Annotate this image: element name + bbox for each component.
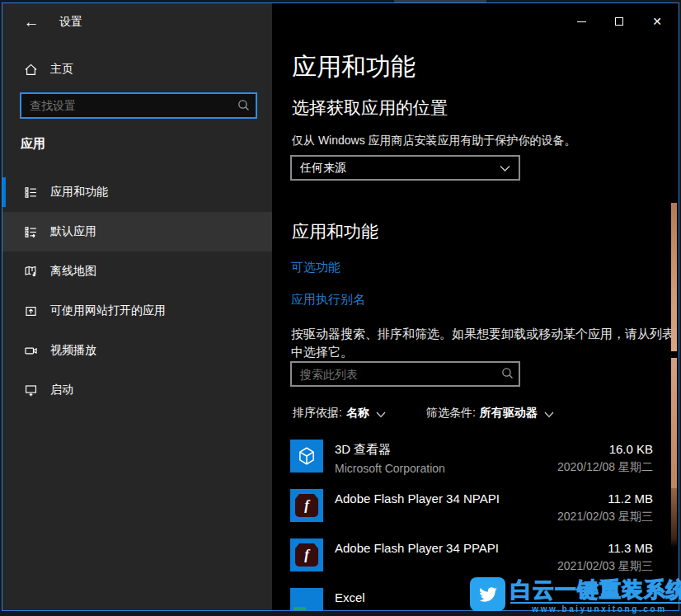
- app-date: 2020/12/08 星期二: [557, 460, 653, 475]
- sidebar-item-label: 启动: [50, 383, 73, 397]
- app-size: 16.0 KB: [557, 442, 653, 456]
- main-content: ✕ 应用和功能 选择获取应用的位置 仅从 Windows 应用商店安装应用有助于…: [272, 3, 679, 610]
- window-title: 设置: [59, 15, 82, 30]
- sidebar-item-home[interactable]: 主页: [2, 54, 272, 84]
- site-watermark: 白云一键重装系统 www.baiyunxitong.com: [470, 577, 681, 615]
- filter-by-value[interactable]: 所有驱动器: [480, 406, 538, 421]
- sidebar-item-apps-features[interactable]: 应用和功能: [2, 172, 272, 212]
- apps-features-icon: [23, 185, 38, 200]
- twitter-bird-icon: [470, 577, 505, 611]
- watermark-url: www.baiyunxitong.com: [510, 602, 681, 614]
- app-execution-aliases-link[interactable]: 应用执行别名: [291, 292, 365, 308]
- sidebar-item-label: 主页: [50, 62, 73, 77]
- app-row-flash-npapi[interactable]: f Adobe Flash Player 34 NPAPI 11.2 MB 20…: [290, 489, 653, 525]
- sidebar-section-label: 应用: [21, 136, 45, 152]
- chevron-down-icon: [500, 162, 510, 175]
- close-button[interactable]: ✕: [638, 8, 676, 35]
- window-controls: ✕: [562, 8, 676, 35]
- sidebar-item-label: 应用和功能: [50, 185, 108, 200]
- app-date: 2021/02/03 星期三: [557, 559, 653, 574]
- app-list-search-input[interactable]: [290, 361, 520, 387]
- excel-logo-icon: X: [294, 607, 306, 611]
- right-edge-sliver: [671, 203, 677, 351]
- filter-group: 筛选条件: 所有驱动器: [426, 406, 554, 421]
- app-source-dropdown[interactable]: 任何来源: [290, 155, 520, 181]
- sidebar-item-offline-maps[interactable]: 离线地图: [2, 252, 272, 291]
- settings-search: [20, 92, 257, 119]
- sort-by-label: 排序依据:: [293, 406, 342, 421]
- settings-window: ← 设置 主页 应用: [2, 2, 679, 611]
- choose-source-heading: 选择获取应用的位置: [292, 96, 448, 120]
- search-icon[interactable]: [237, 99, 250, 115]
- video-playback-icon: [23, 343, 38, 358]
- app-publisher: Microsoft Corporation: [335, 462, 445, 475]
- sidebar-item-video-playback[interactable]: 视频播放: [2, 331, 272, 370]
- right-edge-sliver: [671, 358, 677, 488]
- filter-by-label: 筛选条件:: [426, 406, 476, 421]
- app-row-3d-viewer[interactable]: 3D 查看器 Microsoft Corporation 16.0 KB 202…: [290, 440, 653, 476]
- startup-icon: [23, 383, 38, 397]
- sidebar-item-label: 视频播放: [50, 343, 96, 358]
- app-date: 2021/02/03 星期三: [557, 510, 653, 524]
- sidebar-item-label: 离线地图: [50, 264, 96, 279]
- apps-features-section-title: 应用和功能: [292, 220, 378, 243]
- screenshot-root: ← 设置 主页 应用: [0, 0, 681, 616]
- maximize-icon: [615, 17, 623, 26]
- watermark-text-block: 白云一键重装系统 www.baiyunxitong.com: [510, 577, 681, 615]
- app-size: 11.2 MB: [557, 491, 653, 505]
- sidebar-item-startup[interactable]: 启动: [2, 370, 272, 410]
- settings-search-input[interactable]: [20, 92, 257, 119]
- app-size: 11.3 MB: [557, 541, 653, 555]
- app-name: Excel: [335, 590, 365, 604]
- search-icon[interactable]: [501, 367, 514, 383]
- app-name: Adobe Flash Player 34 PPAPI: [335, 541, 499, 555]
- apps-for-websites-icon: [23, 303, 38, 318]
- sidebar-item-label: 可使用网站打开的应用: [50, 303, 166, 318]
- app-source-dropdown-value: 任何来源: [300, 161, 346, 176]
- sidebar-item-label: 默认应用: [50, 224, 96, 239]
- right-edge-sliver: [671, 488, 677, 548]
- sort-filter-row: 排序依据: 名称 筛选条件: 所有驱动器: [293, 406, 554, 421]
- home-icon: [23, 62, 38, 77]
- chevron-down-icon[interactable]: [544, 407, 554, 421]
- maximize-button[interactable]: [600, 8, 638, 35]
- minimize-icon: [577, 21, 586, 22]
- 3d-viewer-icon: [290, 440, 323, 473]
- close-icon: ✕: [652, 16, 662, 27]
- app-row-flash-ppapi[interactable]: f Adobe Flash Player 34 PPAPI 11.3 MB 20…: [290, 538, 653, 575]
- app-name: 3D 查看器: [335, 442, 445, 458]
- back-button[interactable]: ←: [17, 10, 45, 35]
- offline-maps-icon: [23, 264, 38, 279]
- minimize-button[interactable]: [562, 8, 600, 35]
- sidebar: ← 设置 主页 应用: [2, 3, 272, 610]
- sidebar-item-apps-for-websites[interactable]: 可使用网站打开的应用: [2, 291, 272, 331]
- page-title: 应用和功能: [292, 50, 416, 84]
- default-apps-icon: [23, 224, 38, 239]
- app-name: Adobe Flash Player 34 NPAPI: [335, 491, 500, 505]
- flash-icon: f: [290, 489, 323, 522]
- optional-features-link[interactable]: 可选功能: [291, 260, 340, 275]
- list-hint-text: 按驱动器搜索、排序和筛选。如果想要卸载或移动某个应用，请从列表中选择它。: [291, 325, 675, 361]
- sidebar-item-default-apps[interactable]: 默认应用: [2, 212, 272, 252]
- app-list-search: [290, 361, 520, 387]
- store-hint-text: 仅从 Windows 应用商店安装应用有助于保护你的设备。: [292, 134, 576, 148]
- sort-by-value[interactable]: 名称: [346, 406, 369, 421]
- sidebar-nav: 应用和功能 默认应用: [2, 172, 272, 410]
- watermark-title: 白云一键重装系统: [510, 577, 681, 602]
- chevron-down-icon[interactable]: [376, 407, 386, 421]
- excel-icon: X: [290, 588, 323, 611]
- flash-icon: f: [290, 538, 323, 571]
- back-arrow-icon: ←: [24, 13, 40, 31]
